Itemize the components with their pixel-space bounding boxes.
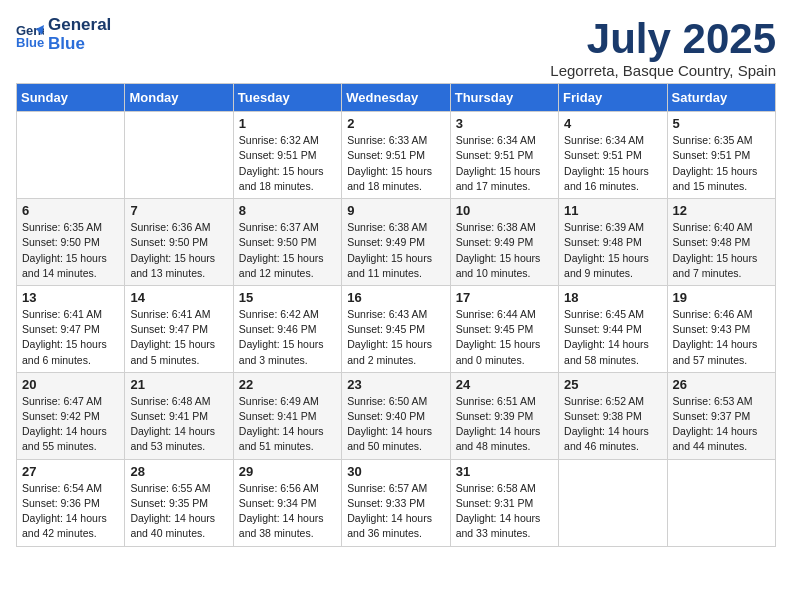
day-info: Sunrise: 6:41 AM Sunset: 9:47 PM Dayligh…	[130, 307, 227, 368]
day-number: 4	[564, 116, 661, 131]
day-number: 24	[456, 377, 553, 392]
day-info: Sunrise: 6:35 AM Sunset: 9:51 PM Dayligh…	[673, 133, 770, 194]
day-info: Sunrise: 6:58 AM Sunset: 9:31 PM Dayligh…	[456, 481, 553, 542]
calendar-body: 1Sunrise: 6:32 AM Sunset: 9:51 PM Daylig…	[17, 112, 776, 546]
calendar-cell: 8Sunrise: 6:37 AM Sunset: 9:50 PM Daylig…	[233, 199, 341, 286]
day-info: Sunrise: 6:40 AM Sunset: 9:48 PM Dayligh…	[673, 220, 770, 281]
month-title: July 2025	[550, 16, 776, 62]
day-info: Sunrise: 6:42 AM Sunset: 9:46 PM Dayligh…	[239, 307, 336, 368]
day-number: 23	[347, 377, 444, 392]
calendar-cell: 26Sunrise: 6:53 AM Sunset: 9:37 PM Dayli…	[667, 372, 775, 459]
calendar-cell: 3Sunrise: 6:34 AM Sunset: 9:51 PM Daylig…	[450, 112, 558, 199]
day-number: 25	[564, 377, 661, 392]
day-number: 16	[347, 290, 444, 305]
calendar-cell: 30Sunrise: 6:57 AM Sunset: 9:33 PM Dayli…	[342, 459, 450, 546]
day-number: 20	[22, 377, 119, 392]
day-info: Sunrise: 6:39 AM Sunset: 9:48 PM Dayligh…	[564, 220, 661, 281]
day-info: Sunrise: 6:41 AM Sunset: 9:47 PM Dayligh…	[22, 307, 119, 368]
day-info: Sunrise: 6:47 AM Sunset: 9:42 PM Dayligh…	[22, 394, 119, 455]
calendar-cell: 13Sunrise: 6:41 AM Sunset: 9:47 PM Dayli…	[17, 285, 125, 372]
day-info: Sunrise: 6:54 AM Sunset: 9:36 PM Dayligh…	[22, 481, 119, 542]
calendar-cell: 5Sunrise: 6:35 AM Sunset: 9:51 PM Daylig…	[667, 112, 775, 199]
day-info: Sunrise: 6:46 AM Sunset: 9:43 PM Dayligh…	[673, 307, 770, 368]
day-info: Sunrise: 6:38 AM Sunset: 9:49 PM Dayligh…	[456, 220, 553, 281]
day-number: 18	[564, 290, 661, 305]
calendar-cell	[559, 459, 667, 546]
day-number: 8	[239, 203, 336, 218]
day-number: 2	[347, 116, 444, 131]
calendar-cell: 4Sunrise: 6:34 AM Sunset: 9:51 PM Daylig…	[559, 112, 667, 199]
day-number: 12	[673, 203, 770, 218]
calendar-cell: 15Sunrise: 6:42 AM Sunset: 9:46 PM Dayli…	[233, 285, 341, 372]
day-number: 17	[456, 290, 553, 305]
calendar-cell: 2Sunrise: 6:33 AM Sunset: 9:51 PM Daylig…	[342, 112, 450, 199]
day-number: 3	[456, 116, 553, 131]
calendar-cell: 19Sunrise: 6:46 AM Sunset: 9:43 PM Dayli…	[667, 285, 775, 372]
day-info: Sunrise: 6:44 AM Sunset: 9:45 PM Dayligh…	[456, 307, 553, 368]
logo: General Blue General Blue	[16, 16, 111, 53]
day-number: 11	[564, 203, 661, 218]
calendar-week-4: 20Sunrise: 6:47 AM Sunset: 9:42 PM Dayli…	[17, 372, 776, 459]
calendar-cell: 21Sunrise: 6:48 AM Sunset: 9:41 PM Dayli…	[125, 372, 233, 459]
day-header-saturday: Saturday	[667, 84, 775, 112]
day-info: Sunrise: 6:53 AM Sunset: 9:37 PM Dayligh…	[673, 394, 770, 455]
calendar-cell: 25Sunrise: 6:52 AM Sunset: 9:38 PM Dayli…	[559, 372, 667, 459]
calendar-week-5: 27Sunrise: 6:54 AM Sunset: 9:36 PM Dayli…	[17, 459, 776, 546]
day-info: Sunrise: 6:45 AM Sunset: 9:44 PM Dayligh…	[564, 307, 661, 368]
title-block: July 2025 Legorreta, Basque Country, Spa…	[550, 16, 776, 79]
calendar-cell: 23Sunrise: 6:50 AM Sunset: 9:40 PM Dayli…	[342, 372, 450, 459]
day-number: 22	[239, 377, 336, 392]
day-number: 28	[130, 464, 227, 479]
calendar-cell: 7Sunrise: 6:36 AM Sunset: 9:50 PM Daylig…	[125, 199, 233, 286]
calendar-cell: 24Sunrise: 6:51 AM Sunset: 9:39 PM Dayli…	[450, 372, 558, 459]
day-number: 21	[130, 377, 227, 392]
day-info: Sunrise: 6:37 AM Sunset: 9:50 PM Dayligh…	[239, 220, 336, 281]
calendar-cell: 10Sunrise: 6:38 AM Sunset: 9:49 PM Dayli…	[450, 199, 558, 286]
day-number: 27	[22, 464, 119, 479]
svg-text:Blue: Blue	[16, 35, 44, 49]
day-info: Sunrise: 6:32 AM Sunset: 9:51 PM Dayligh…	[239, 133, 336, 194]
day-number: 9	[347, 203, 444, 218]
day-header-monday: Monday	[125, 84, 233, 112]
day-info: Sunrise: 6:56 AM Sunset: 9:34 PM Dayligh…	[239, 481, 336, 542]
calendar-cell: 16Sunrise: 6:43 AM Sunset: 9:45 PM Dayli…	[342, 285, 450, 372]
day-info: Sunrise: 6:48 AM Sunset: 9:41 PM Dayligh…	[130, 394, 227, 455]
calendar-cell	[17, 112, 125, 199]
calendar-week-2: 6Sunrise: 6:35 AM Sunset: 9:50 PM Daylig…	[17, 199, 776, 286]
day-number: 10	[456, 203, 553, 218]
calendar-week-3: 13Sunrise: 6:41 AM Sunset: 9:47 PM Dayli…	[17, 285, 776, 372]
day-info: Sunrise: 6:33 AM Sunset: 9:51 PM Dayligh…	[347, 133, 444, 194]
day-header-friday: Friday	[559, 84, 667, 112]
calendar-cell	[125, 112, 233, 199]
location-subtitle: Legorreta, Basque Country, Spain	[550, 62, 776, 79]
day-info: Sunrise: 6:57 AM Sunset: 9:33 PM Dayligh…	[347, 481, 444, 542]
day-info: Sunrise: 6:34 AM Sunset: 9:51 PM Dayligh…	[456, 133, 553, 194]
day-number: 6	[22, 203, 119, 218]
calendar-cell: 22Sunrise: 6:49 AM Sunset: 9:41 PM Dayli…	[233, 372, 341, 459]
day-info: Sunrise: 6:52 AM Sunset: 9:38 PM Dayligh…	[564, 394, 661, 455]
day-info: Sunrise: 6:36 AM Sunset: 9:50 PM Dayligh…	[130, 220, 227, 281]
day-info: Sunrise: 6:43 AM Sunset: 9:45 PM Dayligh…	[347, 307, 444, 368]
day-number: 19	[673, 290, 770, 305]
calendar-cell: 20Sunrise: 6:47 AM Sunset: 9:42 PM Dayli…	[17, 372, 125, 459]
calendar-cell: 12Sunrise: 6:40 AM Sunset: 9:48 PM Dayli…	[667, 199, 775, 286]
day-info: Sunrise: 6:34 AM Sunset: 9:51 PM Dayligh…	[564, 133, 661, 194]
day-number: 5	[673, 116, 770, 131]
calendar-table: SundayMondayTuesdayWednesdayThursdayFrid…	[16, 83, 776, 546]
day-number: 29	[239, 464, 336, 479]
day-header-wednesday: Wednesday	[342, 84, 450, 112]
calendar-cell: 14Sunrise: 6:41 AM Sunset: 9:47 PM Dayli…	[125, 285, 233, 372]
day-number: 15	[239, 290, 336, 305]
calendar-cell: 17Sunrise: 6:44 AM Sunset: 9:45 PM Dayli…	[450, 285, 558, 372]
logo-icon: General Blue	[16, 21, 44, 49]
day-header-tuesday: Tuesday	[233, 84, 341, 112]
day-number: 1	[239, 116, 336, 131]
calendar-cell: 18Sunrise: 6:45 AM Sunset: 9:44 PM Dayli…	[559, 285, 667, 372]
day-header-thursday: Thursday	[450, 84, 558, 112]
calendar-header-row: SundayMondayTuesdayWednesdayThursdayFrid…	[17, 84, 776, 112]
calendar-cell: 9Sunrise: 6:38 AM Sunset: 9:49 PM Daylig…	[342, 199, 450, 286]
day-number: 14	[130, 290, 227, 305]
day-header-sunday: Sunday	[17, 84, 125, 112]
day-number: 26	[673, 377, 770, 392]
calendar-cell: 1Sunrise: 6:32 AM Sunset: 9:51 PM Daylig…	[233, 112, 341, 199]
